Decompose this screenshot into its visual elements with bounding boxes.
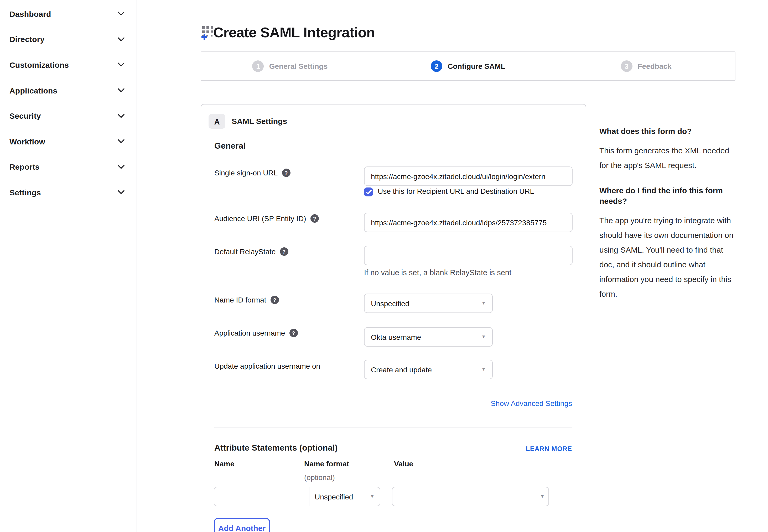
recipient-url-checkbox-label: Use this for Recipient URL and Destinati… bbox=[378, 187, 534, 195]
relaystate-input[interactable] bbox=[364, 246, 573, 265]
attribute-name-format-select[interactable]: Unspecified ▼ bbox=[309, 487, 380, 506]
sidebar-item-label: Settings bbox=[9, 188, 41, 197]
sidebar-item-label: Directory bbox=[9, 35, 45, 44]
question-mark-icon[interactable]: ? bbox=[280, 247, 288, 256]
attribute-statements-heading: Attribute Statements (optional) bbox=[214, 443, 338, 453]
question-mark-icon[interactable]: ? bbox=[271, 296, 279, 304]
sidebar-item-workflow[interactable]: Workflow bbox=[0, 129, 137, 154]
step-configure-saml[interactable]: 2 Configure SAML bbox=[379, 52, 557, 80]
step-label: Configure SAML bbox=[448, 62, 505, 70]
select-value: Unspecified bbox=[371, 299, 409, 307]
step-label: Feedback bbox=[637, 62, 671, 70]
chevron-down-icon bbox=[118, 165, 124, 169]
attribute-value-dropdown-button[interactable]: ▼ bbox=[536, 487, 548, 506]
show-advanced-settings-link[interactable]: Show Advanced Settings bbox=[491, 399, 572, 408]
sidebar-item-directory[interactable]: Directory bbox=[0, 27, 137, 52]
help-question-2: Where do I find the info this form needs… bbox=[599, 185, 737, 206]
application-username-label: Application username ? bbox=[214, 328, 298, 338]
question-mark-icon[interactable]: ? bbox=[310, 214, 319, 223]
chevron-down-icon bbox=[118, 114, 124, 118]
update-username-label: Update application username on bbox=[214, 361, 320, 371]
help-answer-2: The app you're trying to integrate with … bbox=[599, 213, 737, 301]
sidebar-item-reports[interactable]: Reports bbox=[0, 154, 137, 180]
wizard-stepper: 1 General Settings 2 Configure SAML 3 Fe… bbox=[201, 51, 735, 81]
update-username-select[interactable]: Create and update ▼ bbox=[364, 360, 493, 379]
sidebar-item-label: Customizations bbox=[9, 60, 69, 69]
question-mark-icon[interactable]: ? bbox=[282, 169, 290, 177]
name-id-format-select[interactable]: Unspecified ▼ bbox=[364, 294, 493, 313]
check-icon bbox=[365, 189, 372, 195]
sidebar-item-security[interactable]: Security bbox=[0, 103, 137, 129]
triangle-down-icon: ▼ bbox=[540, 494, 545, 499]
help-answer-1: This form generates the XML needed for t… bbox=[599, 143, 737, 173]
section-a-badge: A bbox=[209, 114, 225, 129]
sidebar-item-label: Applications bbox=[9, 86, 57, 95]
sidebar-item-settings[interactable]: Settings bbox=[0, 180, 137, 205]
attribute-value-group: ▼ bbox=[392, 487, 549, 506]
section-divider bbox=[214, 427, 572, 427]
step-feedback[interactable]: 3 Feedback bbox=[557, 52, 735, 80]
learn-more-link[interactable]: LEARN MORE bbox=[526, 445, 572, 453]
step-number-badge: 2 bbox=[431, 60, 442, 72]
chevron-down-icon bbox=[118, 37, 124, 41]
sidebar-item-label: Reports bbox=[9, 163, 40, 171]
column-header-value: Value bbox=[394, 460, 413, 468]
question-mark-icon[interactable]: ? bbox=[289, 329, 298, 337]
chevron-down-icon bbox=[118, 88, 124, 92]
help-question-1: What does this form do? bbox=[599, 126, 737, 137]
triangle-down-icon: ▼ bbox=[481, 301, 486, 306]
field-label-text: Application username bbox=[214, 329, 285, 337]
sidebar-item-dashboard[interactable]: Dashboard bbox=[0, 1, 137, 27]
chevron-down-icon bbox=[118, 12, 124, 16]
audience-uri-label: Audience URI (SP Entity ID) ? bbox=[214, 213, 319, 224]
column-header-name: Name bbox=[214, 460, 234, 468]
select-value: Create and update bbox=[371, 365, 432, 374]
application-username-select[interactable]: Okta username ▼ bbox=[364, 327, 493, 347]
step-number-badge: 3 bbox=[621, 60, 632, 72]
select-value: Okta username bbox=[371, 333, 421, 341]
sso-url-input[interactable] bbox=[364, 166, 573, 186]
field-label-text: Name ID format bbox=[214, 296, 266, 304]
chevron-down-icon bbox=[118, 139, 124, 144]
sidebar-item-customizations[interactable]: Customizations bbox=[0, 52, 137, 77]
general-heading: General bbox=[214, 141, 246, 151]
sidebar-item-label: Dashboard bbox=[9, 9, 51, 18]
help-panel: What does this form do? This form genera… bbox=[599, 126, 737, 314]
step-label: General Settings bbox=[269, 62, 328, 70]
sidebar-item-label: Security bbox=[9, 111, 41, 120]
sidebar: Dashboard Directory Customizations Appli… bbox=[0, 0, 137, 532]
attribute-name-input[interactable] bbox=[214, 487, 309, 506]
section-title: SAML Settings bbox=[232, 117, 287, 126]
app-grid-plus-icon bbox=[201, 26, 214, 40]
saml-settings-card: A SAML Settings General Single sign-on U… bbox=[201, 104, 586, 532]
sidebar-item-label: Workflow bbox=[9, 137, 45, 146]
chevron-down-icon bbox=[118, 63, 124, 67]
step-general-settings[interactable]: 1 General Settings bbox=[201, 52, 379, 80]
add-another-button[interactable]: Add Another bbox=[214, 518, 270, 532]
column-header-name-format: Name format bbox=[304, 460, 349, 468]
triangle-down-icon: ▼ bbox=[481, 335, 486, 339]
triangle-down-icon: ▼ bbox=[481, 367, 486, 372]
sso-url-label: Single sign-on URL ? bbox=[214, 168, 290, 178]
field-label-text: Audience URI (SP Entity ID) bbox=[214, 214, 306, 223]
field-label-text: Update application username on bbox=[214, 362, 320, 370]
attribute-value-input[interactable] bbox=[392, 487, 536, 506]
attribute-name-format-group: Unspecified ▼ bbox=[214, 487, 380, 506]
name-id-format-label: Name ID format ? bbox=[214, 295, 279, 305]
triangle-down-icon: ▼ bbox=[370, 494, 375, 499]
page-title: Create SAML Integration bbox=[213, 25, 375, 41]
audience-uri-input[interactable] bbox=[364, 213, 573, 232]
chevron-down-icon bbox=[118, 190, 124, 195]
field-label-text: Single sign-on URL bbox=[214, 169, 278, 177]
step-number-badge: 1 bbox=[252, 60, 264, 72]
recipient-url-checkbox[interactable] bbox=[364, 187, 373, 196]
sidebar-item-applications[interactable]: Applications bbox=[0, 78, 137, 103]
column-header-optional: (optional) bbox=[304, 473, 335, 482]
relaystate-label: Default RelayState ? bbox=[214, 246, 288, 257]
select-value: Unspecified bbox=[315, 492, 353, 501]
relaystate-hint: If no value is set, a blank RelayState i… bbox=[364, 268, 511, 277]
okta-admin-page: Dashboard Directory Customizations Appli… bbox=[0, 0, 768, 532]
field-label-text: Default RelayState bbox=[214, 247, 276, 256]
